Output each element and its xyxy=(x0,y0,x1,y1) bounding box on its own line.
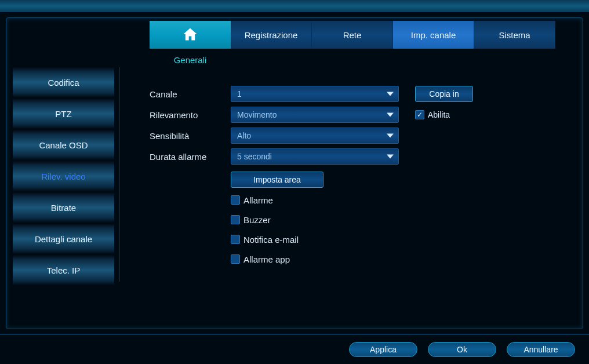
applica-button[interactable]: Applica xyxy=(349,342,417,357)
tab-imp-canale[interactable]: Imp. canale xyxy=(393,21,474,49)
row-allarme: Allarme xyxy=(231,190,575,210)
label-abilita: Abilita xyxy=(428,110,450,119)
sidebar-item-canale-osd[interactable]: Canale OSD xyxy=(13,130,114,160)
label-allarme-check: Allarme xyxy=(243,195,273,205)
dropdown-durata-value: 5 secondi xyxy=(237,152,272,161)
ok-button[interactable]: Ok xyxy=(428,342,496,357)
row-rilevamento: Rilevamento Movimento Abilita xyxy=(150,104,575,125)
dropdown-rilevamento-value: Movimento xyxy=(237,110,277,119)
window-top-bar xyxy=(0,0,589,13)
dropdown-canale[interactable]: 1 xyxy=(231,86,399,102)
tab-rete[interactable]: Rete xyxy=(312,21,393,49)
sidebar-item-ptz[interactable]: PTZ xyxy=(13,99,114,129)
subtab-row: Generali xyxy=(150,51,231,68)
home-icon xyxy=(182,26,198,44)
label-notifica-email: Notifica e-mail xyxy=(243,235,299,245)
row-imposta-area: Imposta area xyxy=(150,169,575,190)
checkbox-abilita[interactable] xyxy=(415,110,424,119)
tab-home[interactable] xyxy=(150,21,231,49)
dropdown-canale-value: 1 xyxy=(237,89,242,99)
copia-in-button[interactable]: Copia in xyxy=(415,86,473,102)
label-sensibilita: Sensibilità xyxy=(150,131,231,141)
annullare-button[interactable]: Annullare xyxy=(507,342,575,357)
chevron-down-icon xyxy=(387,113,394,117)
dropdown-rilevamento[interactable]: Movimento xyxy=(231,107,399,123)
checkbox-allarme[interactable] xyxy=(231,195,240,205)
dropdown-durata[interactable]: 5 secondi xyxy=(231,148,399,165)
sidebar-item-dettagli-canale[interactable]: Dettagli canale xyxy=(13,224,114,254)
dropdown-sensibilita-value: Alto xyxy=(237,131,251,140)
label-rilevamento: Rilevamento xyxy=(150,110,231,120)
label-allarme-app: Allarme app xyxy=(243,254,290,264)
subtab-generali[interactable]: Generali xyxy=(150,53,231,67)
row-sensibilita: Sensibilità Alto xyxy=(150,125,575,146)
tab-sistema[interactable]: Sistema xyxy=(474,21,555,49)
footer-bar: Applica Ok Annullare xyxy=(0,334,589,364)
chevron-down-icon xyxy=(387,92,394,96)
form-area: Canale 1 Copia in Rilevamento Movimento … xyxy=(150,83,575,269)
label-canale: Canale xyxy=(150,89,231,99)
row-canale: Canale 1 Copia in xyxy=(150,83,575,104)
sidebar-item-codifica[interactable]: Codifica xyxy=(13,67,114,97)
dropdown-sensibilita[interactable]: Alto xyxy=(231,128,399,144)
checkbox-allarme-app[interactable] xyxy=(231,254,240,264)
label-durata: Durata allarme xyxy=(150,152,231,162)
sidebar: Codifica PTZ Canale OSD Rilev. video Bit… xyxy=(13,67,114,285)
chevron-down-icon xyxy=(387,134,394,138)
checkbox-notifica-email[interactable] xyxy=(231,235,240,244)
row-buzzer: Buzzer xyxy=(231,210,575,230)
label-buzzer: Buzzer xyxy=(243,215,271,225)
row-notifica-email: Notifica e-mail xyxy=(231,230,575,249)
main-tabs: Registrazione Rete Imp. canale Sistema xyxy=(150,21,555,49)
sidebar-item-rilev-video[interactable]: Rilev. video xyxy=(13,161,114,191)
row-durata: Durata allarme 5 secondi xyxy=(150,146,575,167)
checkbox-buzzer[interactable] xyxy=(231,215,240,224)
chevron-down-icon xyxy=(387,155,394,159)
row-allarme-app: Allarme app xyxy=(231,249,575,269)
tab-registrazione[interactable]: Registrazione xyxy=(231,21,312,49)
sidebar-separator xyxy=(119,67,119,282)
sidebar-item-bitrate[interactable]: Bitrate xyxy=(13,192,114,223)
sidebar-item-telec-ip[interactable]: Telec. IP xyxy=(13,255,114,285)
imposta-area-button[interactable]: Imposta area xyxy=(231,172,323,188)
